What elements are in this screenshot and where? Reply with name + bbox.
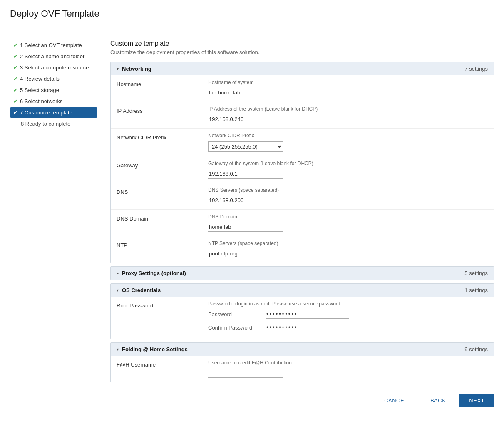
sidebar-item-label: 7 Customize template (20, 109, 72, 116)
field-value-col: Username to credit F@H Contribution (208, 360, 488, 378)
section-title: Customize template (110, 40, 494, 47)
field-value-col: Hostname of system (208, 79, 488, 97)
next-button[interactable]: NEXT (459, 394, 494, 407)
sidebar-item-label: 1 Select an OVF template (20, 42, 82, 48)
field-value-col: DNS Servers (space separated) (208, 187, 488, 205)
sidebar-item-label: 4 Review details (20, 76, 60, 82)
field-description: Password to login in as root. Please use… (208, 301, 488, 307)
password-input[interactable] (266, 310, 349, 319)
section-name: Folding @ Home Settings (122, 346, 464, 352)
section-folding: ▾Folding @ Home Settings9 settingsF@H Us… (110, 342, 494, 382)
field-row: GatewayGateway of the system (Leave blan… (111, 156, 494, 183)
sidebar-item-step5[interactable]: ✔5 Select storage (10, 85, 97, 95)
back-button[interactable]: BACK (421, 394, 455, 407)
chevron-down-icon: ▾ (117, 288, 119, 293)
field-value-col: Password to login in as root. Please use… (208, 301, 488, 335)
sidebar-item-step6[interactable]: ✔6 Select networks (10, 96, 97, 107)
field-input-ip-address[interactable] (208, 115, 283, 124)
section-os-credentials: ▾OS Credentials1 settingsRoot PasswordPa… (110, 283, 494, 339)
chevron-down-icon: ▾ (117, 67, 119, 71)
sidebar-item-label: 2 Select a name and folder (20, 53, 84, 60)
password-row: Password (208, 310, 488, 319)
section-count: 5 settings (464, 270, 488, 276)
sidebar-item-step8[interactable]: 8 Ready to complete (10, 119, 97, 129)
sidebar-item-label: 5 Select storage (20, 87, 59, 93)
field-description: Network CIDR Prefix (208, 133, 488, 139)
sidebar-item-step1[interactable]: ✔1 Select an OVF template (10, 40, 97, 50)
section-header-proxy[interactable]: ▸Proxy Settings (optional)5 settings (111, 267, 494, 280)
section-count: 7 settings (464, 66, 488, 72)
check-icon: ✔ (13, 98, 18, 104)
section-networking: ▾Networking7 settingsHostnameHostname of… (110, 62, 494, 263)
field-label: IP Address (117, 106, 208, 114)
main-layout: ✔1 Select an OVF template✔2 Select a nam… (10, 40, 494, 410)
section-header-networking[interactable]: ▾Networking7 settings (111, 62, 494, 75)
field-row: Root PasswordPassword to login in as roo… (111, 297, 494, 339)
field-value-col: Network CIDR Prefix24 (255.255.255.0)16 … (208, 133, 488, 152)
field-row: F@H UsernameUsername to credit F@H Contr… (111, 356, 494, 382)
field-label: Gateway (117, 161, 208, 169)
section-body-folding: F@H UsernameUsername to credit F@H Contr… (111, 356, 494, 382)
field-label: Network CIDR Prefix (117, 133, 208, 141)
section-body-networking: HostnameHostname of systemIP AddressIP A… (111, 75, 494, 263)
field-description: IP Address of the system (Leave blank fo… (208, 106, 488, 112)
field-label: Root Password (117, 301, 208, 309)
section-name: Networking (122, 66, 464, 72)
field-label: DNS Domain (117, 214, 208, 222)
section-name: OS Credentials (122, 287, 464, 293)
footer: CANCEL BACK NEXT (110, 387, 494, 410)
field-label: NTP (117, 241, 208, 248)
field-input-gateway[interactable] (208, 169, 283, 179)
check-icon: ✔ (13, 53, 18, 60)
field-value-col: NTP Servers (space separated) (208, 241, 488, 258)
sidebar-item-step4[interactable]: ✔4 Review details (10, 74, 97, 84)
content-header: Customize template Customize the deploym… (110, 40, 494, 55)
field-description: Gateway of the system (Leave blank for D… (208, 161, 488, 166)
chevron-right-icon: ▸ (117, 271, 119, 275)
field-description: NTP Servers (space separated) (208, 241, 488, 246)
check-icon: ✔ (13, 87, 18, 93)
sidebar-item-step2[interactable]: ✔2 Select a name and folder (10, 51, 97, 62)
field-input-dns-domain[interactable] (208, 223, 283, 232)
password-label: Password (208, 311, 262, 317)
section-header-folding[interactable]: ▾Folding @ Home Settings9 settings (111, 343, 494, 356)
cancel-button[interactable]: CANCEL (375, 394, 417, 407)
field-row: DNSDNS Servers (space separated) (111, 183, 494, 210)
field-input-dns[interactable] (208, 196, 283, 205)
check-icon: ✔ (13, 64, 18, 71)
field-row: HostnameHostname of system (111, 75, 494, 102)
field-select-network-cidr-prefix[interactable]: 24 (255.255.255.0)16 (255.255.0.0)8 (255… (208, 141, 283, 152)
field-label: DNS (117, 187, 208, 195)
section-header-os-credentials[interactable]: ▾OS Credentials1 settings (111, 284, 494, 297)
sidebar-item-step7[interactable]: ✔7 Customize template (10, 107, 97, 118)
check-icon: ✔ (13, 76, 18, 82)
content-area: Customize template Customize the deploym… (102, 40, 494, 410)
field-input-hostname[interactable] (208, 88, 283, 97)
confirm-password-row: Confirm Password (208, 323, 488, 332)
section-proxy: ▸Proxy Settings (optional)5 settings (110, 266, 494, 280)
field-input-ntp[interactable] (208, 249, 283, 258)
confirm-password-input[interactable] (266, 323, 349, 332)
check-icon: ✔ (13, 42, 18, 48)
page-title: Deploy OVF Template (10, 8, 494, 25)
field-row: DNS DomainDNS Domain (111, 210, 494, 236)
field-value-col: IP Address of the system (Leave blank fo… (208, 106, 488, 124)
page-container: Deploy OVF Template ✔1 Select an OVF tem… (0, 0, 504, 424)
section-body-os-credentials: Root PasswordPassword to login in as roo… (111, 297, 494, 339)
field-input-f@h-username[interactable] (208, 369, 283, 378)
sidebar-item-label: 8 Ready to complete (21, 121, 70, 127)
field-row: NTPNTP Servers (space separated) (111, 236, 494, 263)
field-row: Network CIDR PrefixNetwork CIDR Prefix24… (111, 129, 494, 156)
sidebar-item-step3[interactable]: ✔3 Select a compute resource (10, 62, 97, 73)
section-name: Proxy Settings (optional) (122, 270, 464, 276)
confirm-password-label: Confirm Password (208, 325, 262, 331)
sections-container: ▾Networking7 settingsHostnameHostname of… (110, 62, 494, 382)
section-count: 1 settings (464, 287, 488, 293)
field-description: DNS Servers (space separated) (208, 187, 488, 193)
field-row: IP AddressIP Address of the system (Leav… (111, 102, 494, 129)
sidebar: ✔1 Select an OVF template✔2 Select a nam… (10, 40, 102, 410)
check-icon: ✔ (13, 109, 18, 116)
sidebar-item-label: 3 Select a compute resource (20, 64, 89, 71)
section-description: Customize the deployment properties of t… (110, 49, 494, 55)
field-value-col: Gateway of the system (Leave blank for D… (208, 161, 488, 179)
